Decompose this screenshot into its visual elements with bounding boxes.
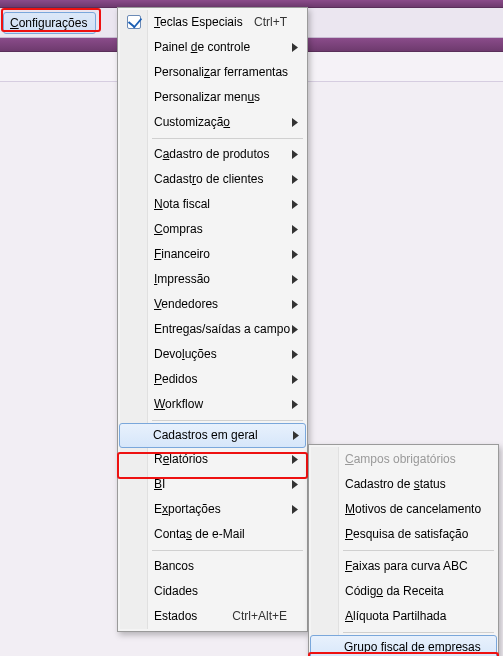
menu-label-accel: C: [10, 16, 19, 30]
menu-item-painel-de-controle[interactable]: Painel de controle: [120, 35, 305, 60]
menu-item-entregas-saidas-a-campo[interactable]: Entregas/saídas a campo: [120, 317, 305, 342]
menu-item-pedidos[interactable]: Pedidos: [120, 367, 305, 392]
menu-item-label: Grupo fiscal de empresas: [344, 640, 481, 654]
menu-item-financeiro[interactable]: Financeiro: [120, 242, 305, 267]
chevron-right-icon: [291, 367, 299, 392]
menu-item-accelerator: Ctrl+T: [254, 10, 287, 35]
menu-item-nota-fiscal[interactable]: Nota fiscal: [120, 192, 305, 217]
menu-configuracoes[interactable]: Configurações: [3, 12, 96, 34]
chevron-right-icon: [291, 35, 299, 60]
menu-item-separator: [152, 550, 303, 551]
menu-item-label: Financeiro: [154, 247, 210, 261]
menu-item-label: Bancos: [154, 559, 194, 573]
menu-item-contas-de-e-mail[interactable]: Contas de e-Mail: [120, 522, 305, 547]
menu-item-devolucoes[interactable]: Devoluções: [120, 342, 305, 367]
menu-item-label: Nota fiscal: [154, 197, 210, 211]
menu-item-label: Motivos de cancelamento: [345, 502, 481, 516]
menu-item-label: Estados: [154, 609, 197, 623]
menu-item-bancos[interactable]: Bancos: [120, 554, 305, 579]
menu-label-rest: onfigurações: [19, 16, 88, 30]
chevron-right-icon: [291, 267, 299, 292]
menu-item-label: Campos obrigatórios: [345, 452, 456, 466]
submenu-item-faixas-para-curva-abc[interactable]: Faixas para curva ABC: [311, 554, 496, 579]
menu-item-label: Cadastro de produtos: [154, 147, 269, 161]
checkbox-icon: [127, 15, 141, 29]
submenu-item-codigo-da-receita[interactable]: Código da Receita: [311, 579, 496, 604]
menu-item-label: BI: [154, 477, 165, 491]
menu-item-label: Devoluções: [154, 347, 217, 361]
submenu-item-separator: [343, 632, 494, 633]
chevron-right-icon: [291, 110, 299, 135]
menu-item-label: Pesquisa de satisfação: [345, 527, 468, 541]
menu-item-label: Impressão: [154, 272, 210, 286]
submenu-item-grupo-fiscal-de-empresas[interactable]: Grupo fiscal de empresas: [310, 635, 497, 656]
chevron-right-icon: [291, 497, 299, 522]
menu-item-label: Faixas para curva ABC: [345, 559, 468, 573]
submenu-item-campos-obrigatorios: Campos obrigatórios: [311, 447, 496, 472]
menu-item-relatorios[interactable]: Relatórios: [120, 447, 305, 472]
submenu-item-cadastro-de-status[interactable]: Cadastro de status: [311, 472, 496, 497]
chevron-right-icon: [292, 424, 300, 447]
menu-item-label: Painel de controle: [154, 40, 250, 54]
menu-item-label: Entregas/saídas a campo: [154, 322, 290, 336]
chevron-right-icon: [291, 392, 299, 417]
menu-item-label: Workflow: [154, 397, 203, 411]
menu-item-label: Personalizar ferramentas: [154, 65, 288, 79]
menu-item-label: Cadastros em geral: [153, 428, 258, 442]
menu-item-label: Cadastro de clientes: [154, 172, 263, 186]
menu-item-label: Cadastro de status: [345, 477, 446, 491]
menu-item-cadastro-de-produtos[interactable]: Cadastro de produtos: [120, 142, 305, 167]
menu-item-impressao[interactable]: Impressão: [120, 267, 305, 292]
menu-item-label: Pedidos: [154, 372, 197, 386]
menu-item-cadastro-de-clientes[interactable]: Cadastro de clientes: [120, 167, 305, 192]
menu-item-label: Compras: [154, 222, 203, 236]
menu-item-label: Exportações: [154, 502, 221, 516]
chevron-right-icon: [291, 342, 299, 367]
menu-item-estados[interactable]: EstadosCtrl+Alt+E: [120, 604, 305, 629]
menu-item-compras[interactable]: Compras: [120, 217, 305, 242]
chevron-right-icon: [291, 167, 299, 192]
menu-item-workflow[interactable]: Workflow: [120, 392, 305, 417]
menu-item-label: Customização: [154, 115, 230, 129]
dropdown-configuracoes: Teclas EspeciaisCtrl+TPainel de controle…: [117, 7, 308, 632]
chevron-right-icon: [291, 317, 299, 342]
menu-item-bi[interactable]: BI: [120, 472, 305, 497]
menu-item-label: Código da Receita: [345, 584, 444, 598]
submenu-cadastros-em-geral: Campos obrigatóriosCadastro de statusMot…: [308, 444, 499, 656]
menu-item-label: Relatórios: [154, 452, 208, 466]
menu-item-separator: [152, 138, 303, 139]
chevron-right-icon: [291, 217, 299, 242]
menu-item-accelerator: Ctrl+Alt+E: [232, 604, 287, 629]
submenu-item-aliquota-partilhada[interactable]: Alíquota Partilhada: [311, 604, 496, 629]
chevron-right-icon: [291, 472, 299, 497]
submenu-item-pesquisa-de-satisfacao[interactable]: Pesquisa de satisfação: [311, 522, 496, 547]
menu-item-label: Teclas Especiais: [154, 15, 243, 29]
chevron-right-icon: [291, 447, 299, 472]
submenu-item-motivos-de-cancelamento[interactable]: Motivos de cancelamento: [311, 497, 496, 522]
menu-item-label: Personalizar menus: [154, 90, 260, 104]
menu-item-cidades[interactable]: Cidades: [120, 579, 305, 604]
menu-item-separator: [152, 420, 303, 421]
menu-item-customizacao[interactable]: Customização: [120, 110, 305, 135]
menu-item-personalizar-ferramentas[interactable]: Personalizar ferramentas: [120, 60, 305, 85]
menu-item-label: Alíquota Partilhada: [345, 609, 446, 623]
chevron-right-icon: [291, 142, 299, 167]
menu-item-label: Contas de e-Mail: [154, 527, 245, 541]
menu-item-vendedores[interactable]: Vendedores: [120, 292, 305, 317]
app-window: Configurações Teclas EspeciaisCtrl+TPain…: [0, 0, 503, 656]
chevron-right-icon: [291, 192, 299, 217]
chevron-right-icon: [291, 242, 299, 267]
menu-item-exportacoes[interactable]: Exportações: [120, 497, 305, 522]
menu-item-personalizar-menus[interactable]: Personalizar menus: [120, 85, 305, 110]
menu-item-teclas-especiais[interactable]: Teclas EspeciaisCtrl+T: [120, 10, 305, 35]
chevron-right-icon: [291, 292, 299, 317]
menu-item-label: Vendedores: [154, 297, 218, 311]
menu-item-cadastros-em-geral[interactable]: Cadastros em geral: [119, 423, 306, 448]
submenu-item-separator: [343, 550, 494, 551]
menu-item-label: Cidades: [154, 584, 198, 598]
